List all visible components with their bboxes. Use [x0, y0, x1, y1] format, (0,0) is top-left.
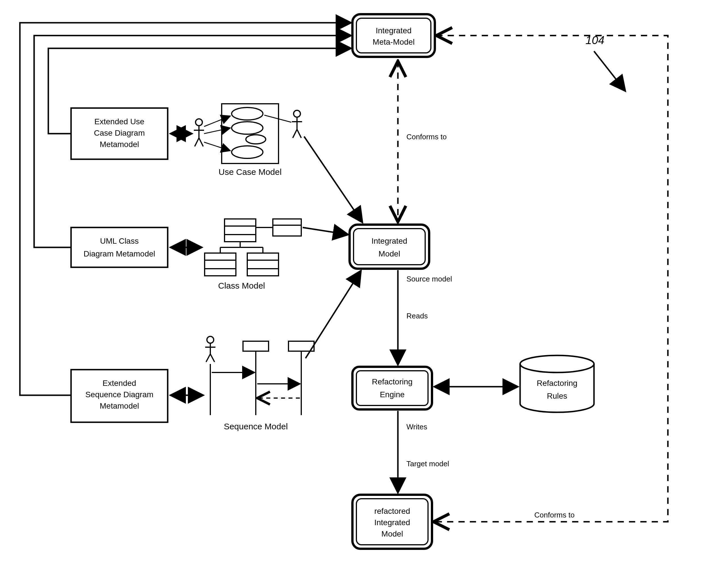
- label: Refactoring: [372, 377, 412, 386]
- edge-refactored-conforms-to-meta: [433, 36, 668, 522]
- svg-point-47: [207, 336, 214, 343]
- edge-sequence-meta-to-integrated-meta: [20, 23, 351, 395]
- svg-point-23: [232, 107, 263, 120]
- reference-number: 104: [585, 34, 604, 46]
- svg-point-25: [246, 135, 266, 144]
- label: Model: [379, 249, 400, 258]
- svg-rect-5: [349, 225, 429, 269]
- svg-rect-7: [352, 367, 432, 410]
- node-refactoring-rules: Refactoring Rules: [520, 355, 594, 412]
- label: Extended: [103, 379, 136, 387]
- actor-icon: [205, 336, 215, 362]
- label: Case Diagram: [94, 128, 145, 137]
- caption-sequence-model: Sequence Model: [224, 422, 287, 431]
- svg-point-26: [232, 146, 263, 159]
- svg-line-27: [204, 116, 230, 127]
- caption-use-case-model: Use Case Model: [218, 167, 282, 176]
- label: Integrated: [374, 518, 410, 527]
- node-refactoring-engine: Refactoring Engine: [352, 367, 432, 410]
- svg-point-24: [232, 122, 263, 134]
- use-case-model-icon: Use Case Model: [194, 104, 302, 176]
- svg-rect-8: [357, 371, 428, 405]
- edge-sequence-model-to-integrated-model: [305, 271, 361, 358]
- svg-line-50: [206, 354, 210, 362]
- label-conforms-to-top: Conforms to: [406, 132, 447, 141]
- architecture-diagram: Integrated Meta-Model Extended Use Case …: [0, 0, 727, 588]
- class-model-icon: Class Model: [205, 219, 301, 290]
- label: Diagram Metamodel: [84, 249, 155, 258]
- edge-usecase-meta-to-integrated-meta: [48, 48, 351, 134]
- svg-line-20: [293, 129, 297, 138]
- sequence-model-icon: Sequence Model: [205, 336, 314, 431]
- svg-rect-36: [205, 253, 236, 276]
- svg-rect-31: [224, 219, 256, 242]
- svg-line-16: [199, 138, 203, 146]
- label: refactored: [374, 507, 410, 516]
- node-integrated-model: Integrated Model: [349, 225, 429, 269]
- svg-rect-3: [71, 228, 168, 267]
- label: Engine: [380, 390, 404, 399]
- label-conforms-to-bottom: Conforms to: [534, 511, 575, 519]
- svg-rect-53: [243, 341, 269, 351]
- label-writes: Writes: [406, 422, 427, 431]
- svg-point-9: [520, 355, 594, 373]
- label: Integrated: [376, 26, 411, 35]
- actor-icon: [194, 119, 204, 146]
- label: Metamodel: [100, 401, 139, 410]
- svg-line-29: [204, 142, 230, 151]
- actor-icon: [292, 110, 302, 138]
- label: Model: [381, 529, 403, 538]
- label: Extended Use: [94, 117, 144, 126]
- node-extended-use-case-metamodel: Extended Use Case Diagram Metamodel: [71, 108, 168, 159]
- svg-rect-34: [273, 219, 301, 236]
- label: Metamodel: [100, 140, 139, 149]
- label: Meta-Model: [372, 38, 415, 46]
- label: Sequence Diagram: [85, 390, 153, 399]
- label-source-model: Source model: [406, 275, 452, 283]
- edge-class-meta-to-integrated-meta: [34, 36, 351, 247]
- reference-annotation: 104: [585, 34, 625, 91]
- label-reads: Reads: [406, 312, 428, 320]
- svg-point-12: [195, 119, 202, 126]
- edge-class-model-to-integrated-model: [303, 228, 348, 235]
- svg-rect-1: [357, 18, 431, 53]
- label: Refactoring: [537, 379, 577, 387]
- svg-rect-39: [247, 253, 279, 276]
- svg-line-21: [297, 129, 301, 138]
- node-extended-sequence-metamodel: Extended Sequence Diagram Metamodel: [71, 370, 168, 422]
- svg-line-15: [195, 138, 199, 146]
- svg-rect-0: [352, 14, 435, 57]
- label: UML Class: [100, 236, 139, 245]
- node-integrated-meta-model: Integrated Meta-Model: [352, 14, 435, 57]
- label: Integrated: [371, 236, 407, 245]
- svg-line-60: [594, 51, 625, 91]
- svg-point-17: [294, 110, 300, 117]
- svg-rect-6: [354, 229, 425, 265]
- edge-usecase-model-to-integrated-model: [304, 136, 362, 222]
- label: Rules: [547, 392, 567, 400]
- svg-line-30: [264, 115, 291, 122]
- label-target-model: Target model: [406, 460, 449, 468]
- caption-class-model: Class Model: [218, 281, 265, 290]
- svg-line-28: [204, 128, 230, 134]
- svg-line-51: [210, 354, 215, 362]
- node-refactored-integrated-model: refactored Integrated Model: [352, 495, 432, 549]
- node-uml-class-metamodel: UML Class Diagram Metamodel: [71, 228, 168, 267]
